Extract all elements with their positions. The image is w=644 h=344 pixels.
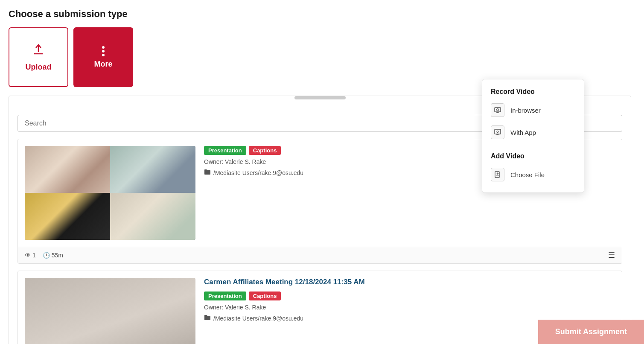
- page-title: Choose a submission type: [9, 9, 635, 20]
- tag-captions-2: Captions: [249, 292, 281, 300]
- menu-icon-1[interactable]: ☰: [608, 251, 615, 260]
- with-app-icon: [491, 125, 504, 139]
- thumb-cell-3: [25, 193, 110, 240]
- more-dots-icon: [102, 46, 105, 56]
- with-app-label: With App: [510, 129, 536, 136]
- owner-2: Owner: Valerie S. Rake: [204, 304, 534, 311]
- svg-point-3: [497, 109, 499, 111]
- add-video-title: Add Video: [482, 151, 584, 163]
- clock-icon-1: 🕐: [43, 252, 50, 259]
- duration-1: 55m: [52, 252, 63, 259]
- tag-presentation-2: Presentation: [204, 292, 246, 300]
- dropdown-panel: Record Video In-browser With App Add Vid…: [482, 79, 584, 193]
- video-stats-1: 👁 1 🕐 55m: [25, 252, 63, 259]
- record-video-title: Record Video: [482, 86, 584, 99]
- upload-icon: [32, 43, 45, 59]
- svg-rect-2: [495, 108, 501, 112]
- upload-button[interactable]: Upload: [9, 27, 68, 87]
- video-meta-2: Carmen Affiliates Meeting 12/18/2024 11:…: [204, 278, 534, 344]
- duration-stat-1: 🕐 55m: [43, 252, 63, 259]
- tag-row-2: Presentation Captions: [204, 292, 534, 300]
- more-button[interactable]: More: [73, 27, 133, 87]
- view-count-1: 1: [32, 252, 36, 259]
- submission-type-buttons: Upload More: [9, 27, 635, 87]
- video-thumbnail-2: [25, 278, 195, 344]
- tag-presentation-1: Presentation: [204, 146, 246, 155]
- choose-file-label: Choose File: [510, 171, 545, 178]
- video-bottom-row-1: 👁 1 🕐 55m ☰: [18, 247, 622, 263]
- submit-assignment-button[interactable]: Submit Assignment: [538, 320, 644, 344]
- svg-point-9: [497, 131, 498, 133]
- views-stat-1: 👁 1: [25, 252, 36, 259]
- in-browser-item[interactable]: In-browser: [482, 99, 584, 121]
- thumb-cell-2: [110, 146, 195, 193]
- dropdown-divider: [482, 147, 584, 147]
- choose-file-icon: [491, 168, 504, 181]
- video-title-2: Carmen Affiliates Meeting 12/18/2024 11:…: [204, 278, 534, 286]
- more-label: More: [94, 60, 112, 69]
- svg-rect-10: [495, 172, 499, 178]
- thumb-cell-4: [110, 193, 195, 240]
- panel-drag-handle: [294, 96, 346, 99]
- with-app-item[interactable]: With App: [482, 121, 584, 143]
- video-content-row-2: Carmen Affiliates Meeting 12/18/2024 11:…: [18, 271, 622, 344]
- svg-rect-6: [495, 129, 501, 134]
- upload-label: Upload: [26, 63, 52, 72]
- eye-icon: 👁: [25, 252, 31, 259]
- video-thumbnail-1: [25, 146, 195, 240]
- folder-icon-2: [204, 314, 211, 322]
- folder-icon-1: [204, 169, 211, 177]
- folder-path-1: /Mediasite Users/rake.9@osu.edu: [213, 169, 303, 176]
- folder-2: /Mediasite Users/rake.9@osu.edu: [204, 314, 534, 322]
- in-browser-label: In-browser: [510, 107, 541, 114]
- video-item-2: Carmen Affiliates Meeting 12/18/2024 11:…: [17, 271, 622, 344]
- thumb-cell-1: [25, 146, 110, 193]
- tag-captions-1: Captions: [249, 146, 281, 155]
- folder-path-2: /Mediasite Users/rake.9@osu.edu: [213, 315, 303, 322]
- in-browser-icon: [491, 103, 504, 117]
- choose-file-item[interactable]: Choose File: [482, 163, 584, 186]
